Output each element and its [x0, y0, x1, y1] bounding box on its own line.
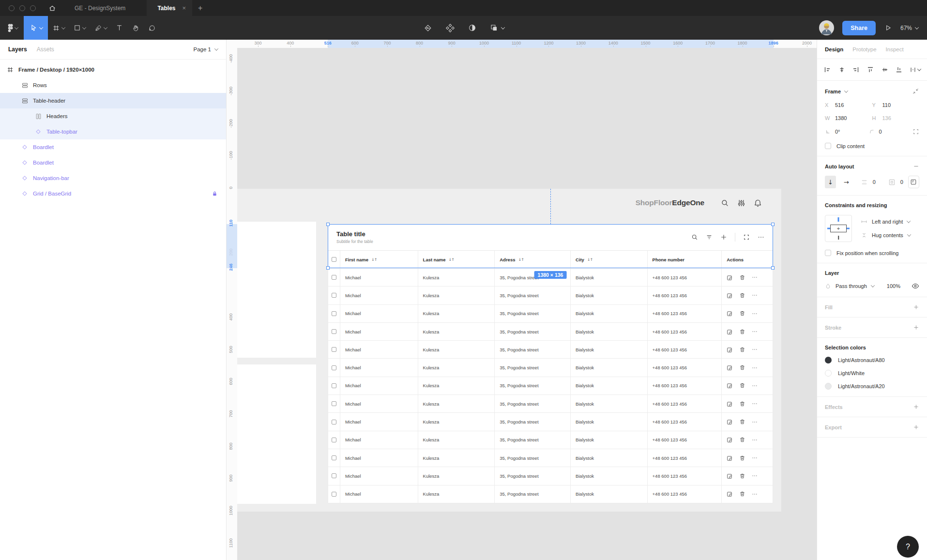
layer-label: Rows	[33, 82, 47, 88]
layer-row[interactable]: Boardlet	[0, 139, 226, 155]
opacity-value[interactable]: 100%	[887, 283, 900, 289]
align-horizontal-center-icon[interactable]	[838, 66, 846, 74]
layer-row[interactable]: Table-topbar	[0, 124, 226, 139]
tab-prototype[interactable]: Prototype	[852, 46, 876, 52]
align-bottom-icon[interactable]	[895, 66, 903, 74]
new-tab-button[interactable]: +	[198, 4, 202, 13]
tab-assets[interactable]: Assets	[37, 46, 54, 53]
use-as-mask-icon[interactable]	[468, 23, 477, 32]
hand-tool-button[interactable]	[127, 16, 144, 40]
add-stroke-icon[interactable]	[913, 324, 919, 331]
alignment-toolbar	[817, 59, 927, 81]
layer-row[interactable]: Headers	[0, 108, 226, 124]
alignment-box-button[interactable]	[908, 176, 919, 188]
frame-tool-button[interactable]	[48, 16, 69, 40]
collapse-icon[interactable]	[912, 88, 919, 95]
canvas[interactable]: ShopFloorEdgeOne Table title Subtitle fo…	[227, 40, 817, 560]
edit-object-icon[interactable]	[423, 23, 433, 33]
home-icon[interactable]	[48, 4, 56, 12]
add-effect-icon[interactable]	[913, 404, 919, 410]
document-tab[interactable]: GE - DesignSystem	[75, 5, 125, 12]
align-right-icon[interactable]	[852, 66, 860, 74]
selection-color-row[interactable]: Light/Astronaut/A20	[825, 383, 919, 390]
layer-row[interactable]: Navigation-bar	[0, 170, 226, 186]
close-tab-icon[interactable]: ×	[182, 4, 186, 12]
align-top-icon[interactable]	[866, 66, 874, 74]
align-vertical-center-icon[interactable]	[881, 66, 889, 74]
layer-row[interactable]: Grid / BaseGrid	[0, 186, 226, 201]
distribute-dropdown[interactable]	[910, 66, 921, 74]
chevron-down-icon[interactable]	[61, 25, 65, 29]
selection-color-row[interactable]: Light/Astronaut/A80	[825, 357, 919, 363]
x-position-field[interactable]: X516	[825, 102, 872, 108]
constraint-top-tick[interactable]	[838, 217, 839, 222]
window-controls	[9, 5, 36, 11]
sort-arrows-icon: ↓↑	[449, 257, 454, 262]
present-play-icon[interactable]	[884, 24, 892, 32]
independent-corners-icon[interactable]	[912, 128, 919, 135]
constraint-right-tick[interactable]	[846, 228, 850, 229]
move-tool-button[interactable]	[24, 16, 48, 40]
constraint-bottom-tick[interactable]	[838, 236, 839, 240]
remove-auto-layout-icon[interactable]	[913, 163, 919, 169]
layer-row[interactable]: Rows	[0, 77, 226, 93]
item-spacing-value[interactable]: 0	[873, 179, 876, 185]
blend-mode-value[interactable]: Pass through	[836, 283, 867, 289]
direction-vertical-button[interactable]: ↓	[825, 176, 836, 188]
help-button[interactable]: ?	[897, 536, 919, 558]
share-button[interactable]: Share	[842, 21, 876, 35]
padding-value[interactable]: 0	[900, 179, 903, 185]
fix-position-checkbox[interactable]: Fix position when scrolling	[825, 250, 919, 256]
design-table[interactable]: Table title Subtitle for the table	[328, 224, 773, 503]
shape-tool-button[interactable]	[69, 16, 90, 40]
direction-horizontal-button[interactable]: →	[841, 176, 852, 188]
y-position-field[interactable]: Y110	[872, 102, 920, 108]
tab-inspect[interactable]: Inspect	[886, 46, 904, 52]
add-export-icon[interactable]	[913, 424, 919, 430]
cell-phone: +48 600 123 456	[647, 359, 722, 376]
layer-row[interactable]: Frame / Desktop / 1920×1000	[0, 62, 226, 77]
active-tab[interactable]: Tables ×	[147, 0, 192, 16]
frame-section-title[interactable]: Frame	[825, 89, 841, 94]
boardlet-card[interactable]	[227, 222, 316, 358]
zoom-level-dropdown[interactable]: 67%	[900, 25, 918, 31]
height-field[interactable]: H136	[872, 115, 920, 121]
comment-tool-button[interactable]	[144, 16, 160, 40]
layer-row[interactable]: Table-header	[0, 93, 226, 108]
boolean-groups-button[interactable]	[489, 23, 504, 32]
layer-row[interactable]: Boardlet	[0, 155, 226, 170]
vertical-resizing-dropdown[interactable]: Hug contents	[861, 232, 911, 239]
ruler-tick: 110	[228, 215, 233, 231]
pen-tool-button[interactable]	[90, 16, 111, 40]
width-field[interactable]: W1380	[825, 115, 872, 121]
horizontal-constraint-dropdown[interactable]: Left and right	[861, 218, 911, 225]
visibility-eye-icon[interactable]	[912, 282, 919, 290]
constraints-widget[interactable]: +	[825, 215, 852, 242]
window-close-button[interactable]	[9, 5, 15, 11]
selection-color-row[interactable]: Light/White	[825, 370, 919, 377]
cell-address: 35, Pogodna street	[494, 413, 570, 430]
lock-icon[interactable]	[212, 191, 217, 197]
chevron-down-icon[interactable]	[39, 25, 43, 29]
page-selector[interactable]: Page 1	[194, 46, 218, 52]
cell-last-name: Kulesza	[418, 287, 495, 304]
window-minimize-button[interactable]	[19, 5, 25, 11]
chevron-down-icon[interactable]	[104, 25, 107, 29]
text-tool-button[interactable]	[111, 16, 127, 40]
corner-radius-field[interactable]: 0	[869, 129, 913, 135]
cell-address: 35, Pogodna street	[494, 359, 570, 376]
tab-design[interactable]: Design	[825, 46, 843, 52]
add-fill-icon[interactable]	[913, 304, 919, 310]
boardlet-card[interactable]	[227, 364, 316, 504]
clip-content-checkbox[interactable]: Clip content	[825, 143, 919, 149]
main-menu-button[interactable]	[0, 16, 24, 40]
avatar[interactable]	[819, 20, 834, 35]
chevron-down-icon[interactable]	[82, 25, 86, 29]
create-component-icon[interactable]	[445, 23, 455, 33]
tab-layers[interactable]: Layers	[8, 46, 27, 53]
cell-last-name: Kulesza	[418, 431, 495, 449]
align-left-icon[interactable]	[823, 66, 831, 74]
window-maximize-button[interactable]	[30, 5, 36, 11]
constraint-center[interactable]: +	[830, 225, 847, 232]
rotation-field[interactable]: 0°	[825, 129, 869, 135]
